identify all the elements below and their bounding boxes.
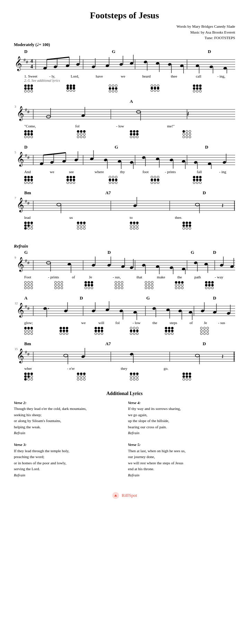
chord-empty-s5b	[135, 250, 191, 255]
lyric-1-1: 1. Sweet	[24, 74, 49, 78]
lyric-s5-3: of	[72, 275, 89, 279]
lyric-s6-11: - sus	[218, 321, 235, 325]
lyric-s7-1: wher	[24, 366, 67, 370]
lyric-s7-2: - e'er	[67, 366, 121, 370]
lyric-s6-8: steps	[170, 321, 190, 325]
lyric-s6-4: will	[98, 321, 115, 325]
svg-text:𝄞: 𝄞	[17, 106, 24, 121]
page: Footsteps of Jesus Words by Mary Bridges…	[0, 0, 249, 520]
credits: Words by Mary Bridges Canedy Slade Music…	[14, 24, 235, 41]
svg-point-105	[194, 161, 197, 164]
lyric-s3-1: And	[24, 170, 50, 174]
chord-diag-s6-4	[130, 327, 165, 335]
chord-empty-s2b	[165, 99, 235, 104]
credit-line3: Tune: FOOTSTEPS	[14, 35, 235, 41]
lyric-s3-6: foot	[142, 170, 165, 174]
chord-diagram-d2	[193, 84, 235, 92]
chord-diag-s5-3	[85, 281, 115, 289]
svg-point-194	[91, 309, 95, 312]
chord-diag-s3-1	[24, 176, 66, 184]
svg-point-210	[201, 309, 204, 312]
staff-svg-3: 5 𝄞 # #	[14, 150, 235, 169]
tempo: Moderately (♩= 100)	[14, 42, 50, 47]
chord-diag-s6-6	[200, 327, 235, 335]
lyric-s6-9: of	[189, 321, 204, 325]
svg-point-17	[53, 65, 57, 68]
svg-point-234	[130, 352, 133, 356]
chord-diag-s4-3	[130, 222, 183, 230]
staff-svg-6: 12 𝄞 # #	[14, 301, 235, 320]
lyric-s6-7: the	[152, 321, 169, 325]
verse-2-text: Though they lead o'er the cold, dark mou…	[14, 406, 121, 430]
credit-line2: Music by Asa Brooks Everett	[14, 29, 235, 35]
chord-g-s5: G	[24, 250, 52, 255]
staff-6: 12 𝄞 # #	[14, 301, 235, 320]
chord-diagram-empty2	[151, 84, 193, 92]
chord-diag-s3-5	[193, 176, 235, 184]
chord-empty-s5a	[52, 250, 107, 255]
tempo-label: Moderately (♩= 100)	[14, 42, 50, 47]
staff-2: 3 𝄞 # #	[14, 104, 235, 123]
chord-d-s4: D	[203, 190, 235, 196]
lyric-s2-1: "Come,	[24, 124, 75, 128]
verse-3-title: Verse 3:	[14, 442, 121, 448]
chord-g2-s5: G	[191, 250, 213, 255]
chord-diag-s3-2	[66, 176, 109, 184]
svg-point-171	[220, 263, 223, 267]
lyric-1-9: - ing,	[217, 74, 235, 78]
chord-d2-s3: D	[205, 144, 235, 150]
section-7: Bm A7 D 15 𝄞 # #	[14, 341, 235, 381]
chord-empty-s4a	[57, 190, 106, 196]
chord-diag-s4-2	[77, 222, 130, 230]
chord-diag-s5-2	[54, 281, 85, 289]
svg-point-189	[43, 307, 47, 310]
svg-text:5: 5	[15, 151, 16, 154]
riffspot-logo: RiffSpot	[14, 492, 235, 499]
riffspot-icon	[112, 492, 119, 499]
chord-a7-s4: A7	[105, 190, 138, 196]
svg-point-21	[76, 63, 80, 66]
refrain-label: Refrain	[14, 243, 235, 249]
lyric-1-5: we	[121, 74, 142, 78]
lyric-s5-8: the	[177, 275, 194, 279]
svg-point-32	[143, 60, 147, 63]
chord-diag-s7-3	[130, 373, 183, 381]
svg-point-42	[209, 65, 213, 68]
chord-bm-s7: Bm	[24, 341, 57, 347]
staff-svg-5: 9 𝄞 # #	[14, 255, 235, 274]
svg-point-24	[91, 65, 95, 68]
svg-point-153	[107, 263, 111, 267]
chord-diag-s5-4	[115, 281, 145, 289]
chord-diag-s7-2	[77, 373, 130, 381]
lyric-s3-5: thy	[120, 170, 143, 174]
chord-diag-s2-3	[130, 130, 183, 138]
verse-5-title: Verse 5:	[128, 442, 235, 448]
lyric-s2-3: - low	[116, 124, 167, 128]
svg-point-214	[226, 312, 230, 315]
chord-diag-s5-1	[24, 281, 54, 289]
chord-d2-s6: D	[213, 295, 235, 301]
svg-point-151	[91, 263, 95, 267]
svg-text:𝄽: 𝄽	[222, 355, 223, 358]
staff-svg-4: 7 𝄞 # #	[14, 196, 235, 215]
lyric-s5-6: that	[136, 275, 157, 279]
svg-point-97	[142, 156, 145, 159]
lyric-s7-4: go.	[164, 366, 235, 370]
svg-point-91	[104, 158, 107, 161]
section-6: A D G D 12 𝄞 # #	[14, 295, 235, 335]
chord-diag-s7-1	[24, 373, 77, 381]
svg-text:𝄽: 𝄽	[187, 111, 189, 116]
svg-text:𝄽: 𝄽	[222, 204, 223, 207]
section-4: Bm A7 D 7 𝄞 # #	[14, 190, 235, 230]
svg-point-159	[142, 263, 145, 267]
staff-svg-7: 15 𝄞 # #	[14, 347, 235, 366]
chord-diag-s6-5	[165, 327, 200, 335]
lyric-1-8: call	[196, 74, 217, 78]
lyric-s4-3: to	[130, 215, 175, 220]
svg-text:7: 7	[15, 196, 16, 200]
lyric-1-6: heard	[142, 74, 171, 78]
chord-empty-s4b	[138, 190, 203, 196]
chord-d2: D	[208, 49, 235, 54]
svg-point-28	[119, 63, 123, 66]
verse-5-text: Then at last, when on high he sees us, o…	[128, 448, 235, 472]
